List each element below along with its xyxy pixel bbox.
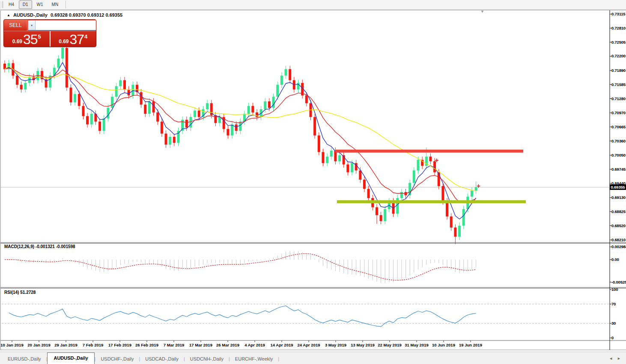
- collapse-arrow-icon[interactable]: ▲: [7, 13, 10, 17]
- sell-price-quote[interactable]: 0.69 35 5: [4, 31, 51, 47]
- price-axis-label: 0.72200: [611, 53, 626, 58]
- candle-body: [227, 129, 229, 136]
- candle-body: [90, 114, 93, 124]
- candle-body: [185, 120, 188, 127]
- candle-body: [330, 151, 333, 157]
- candle-body: [16, 76, 18, 85]
- date-axis-label: 20 Jan 2019: [27, 343, 50, 347]
- candle-body: [74, 94, 76, 102]
- volume-input[interactable]: [36, 21, 96, 30]
- price-axis-label: 0.68210: [611, 237, 626, 242]
- candle-body: [140, 92, 143, 104]
- candle-body: [441, 186, 444, 201]
- medium-ma-line: [5, 68, 476, 203]
- candle-body: [351, 163, 353, 172]
- candle-body: [57, 59, 60, 68]
- rsi-axis-label: 70: [611, 302, 616, 306]
- candle-body: [152, 101, 155, 112]
- price-axis-label: 0.71280: [611, 96, 626, 101]
- tab-separator: |: [278, 356, 279, 364]
- tab-scroll-right-icon[interactable]: ►: [617, 357, 621, 361]
- rsi-pane-title: RSI(14) 51.2728: [4, 290, 36, 295]
- date-axis-label: 7 Mar 2019: [164, 343, 185, 347]
- candle-body: [251, 106, 254, 112]
- buy-price-point: 4: [84, 33, 87, 40]
- date-axis-label: 19 Jun 2019: [459, 343, 482, 347]
- symbol-tab-bar: EURUSD-,Daily|AUDUSD-,Daily|USDCHF-,Dail…: [0, 352, 626, 364]
- tab-eurusd-daily[interactable]: EURUSD-,Daily: [3, 354, 46, 364]
- buy-price-quote[interactable]: 0.69 37 4: [51, 31, 96, 47]
- candle-body: [128, 89, 130, 95]
- date-axis-label: 26 Mar 2019: [216, 343, 239, 347]
- candle-body: [359, 170, 361, 180]
- date-axis-label: 10 Jun 2019: [432, 343, 455, 347]
- candle-body: [66, 48, 68, 88]
- tab-usdchf-daily[interactable]: USDCHF-,Daily: [95, 354, 139, 364]
- price-axis-label: 0.73115: [611, 12, 625, 16]
- resistance-line: [335, 150, 523, 153]
- price-axis-label: 0.71890: [611, 68, 626, 73]
- candle-body: [376, 207, 378, 215]
- candle-body: [98, 121, 101, 131]
- candle-body: [69, 88, 72, 102]
- tab-audusd-daily[interactable]: AUDUSD-,Daily: [47, 352, 94, 364]
- chart-canvas[interactable]: [0, 0, 626, 351]
- candle-body: [475, 187, 477, 191]
- candle-body: [433, 161, 436, 172]
- date-axis-label: 14 Apr 2019: [271, 343, 293, 347]
- date-axis-label: 26 Feb 2019: [135, 343, 158, 347]
- candle-body: [119, 80, 122, 86]
- trading-terminal-window: H4D1W1MN ▲ AUDUSD-,Daily 0.69328 0.69370…: [0, 0, 626, 364]
- sell-button[interactable]: SELL: [4, 20, 27, 31]
- candle-body: [450, 216, 453, 228]
- panel-collapse-icon[interactable]: ▼: [480, 10, 484, 14]
- candle-body: [276, 85, 279, 97]
- candle-body: [417, 160, 420, 171]
- macd-axis-label: 0.00: [611, 257, 619, 262]
- date-axis-label: 31 May 2019: [405, 343, 428, 347]
- buy-price-pips: 37: [70, 33, 84, 46]
- sell-price-pips: 35: [23, 33, 38, 46]
- macd-signal-line: [5, 254, 476, 281]
- candle-body: [169, 137, 171, 145]
- price-axis-label: 0.70360: [611, 139, 626, 143]
- rsi-axis-label: 0: [611, 335, 614, 340]
- chart-title-bar: ▲ AUDUSD-,Daily 0.69328 0.69370 0.69312 …: [7, 12, 122, 18]
- tab-scroll-left-icon[interactable]: ◄: [609, 357, 613, 361]
- candle-body: [367, 189, 370, 198]
- candle-body: [218, 117, 221, 123]
- candle-body: [346, 164, 349, 172]
- candle-body: [107, 108, 109, 118]
- candle-body: [454, 228, 456, 237]
- macd-pane-title: MACD(12,26,9) -0.001321 -0.001598: [4, 244, 75, 249]
- candle-body: [313, 117, 316, 136]
- candle-body: [446, 201, 448, 217]
- candle-body: [384, 209, 386, 221]
- price-axis-label: 0.71585: [611, 82, 626, 87]
- candle-body: [268, 101, 271, 108]
- candle-body: [115, 86, 118, 97]
- candle-body: [462, 209, 465, 226]
- candle-body: [156, 112, 159, 122]
- spinner-down-icon: ▼: [30, 24, 33, 27]
- candle-body: [231, 124, 233, 136]
- price-axis-label: 0.72810: [611, 26, 626, 30]
- date-axis-label: 3 May 2019: [325, 343, 346, 347]
- candle-body: [305, 95, 308, 103]
- price-axis-label: 0.68520: [611, 223, 626, 228]
- candle-body: [289, 69, 291, 80]
- tab-usdcad-daily[interactable]: USDCAD-,Daily: [140, 354, 184, 364]
- candle-body: [380, 215, 382, 221]
- candle-body: [326, 157, 328, 163]
- candle-body: [82, 106, 84, 116]
- candle-body: [458, 226, 461, 237]
- tab-eurchf-weekly[interactable]: EURCHF-,Weekly: [230, 354, 278, 364]
- symbol-tabs: EURUSD-,Daily|AUDUSD-,Daily|USDCHF-,Dail…: [0, 352, 279, 364]
- volume-decrease-button[interactable]: ▼: [28, 21, 36, 30]
- date-axis-label: 13 May 2019: [351, 343, 374, 347]
- fast-ma-line: [5, 62, 476, 219]
- candle-body: [165, 133, 167, 145]
- tab-usdcnh-daily[interactable]: USDCNH-,Daily: [185, 354, 229, 364]
- price-axis-label: 0.72505: [611, 40, 626, 44]
- macd-axis-label: 0.002984: [611, 244, 626, 249]
